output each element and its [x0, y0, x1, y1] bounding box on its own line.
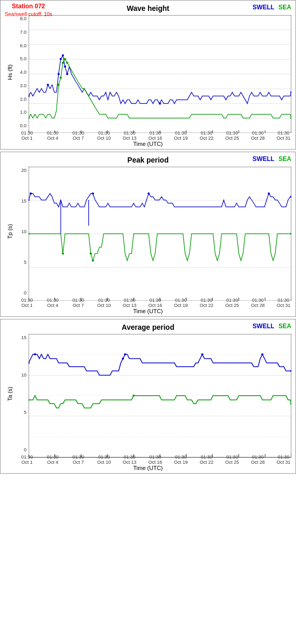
svg-point-64 — [92, 193, 94, 195]
chart3-area: Ta (s) 0 5 10 15 — [1, 334, 295, 453]
legend-sea-2: SEA — [278, 155, 291, 163]
svg-point-37 — [64, 58, 66, 60]
svg-point-99 — [201, 353, 204, 355]
chart1-ylabel: Hs (ft) — [5, 15, 14, 129]
station-name: Station 072 — [5, 3, 52, 11]
ytick: 15 — [14, 198, 26, 204]
svg-point-39 — [290, 117, 291, 119]
ytick: 20 — [14, 168, 26, 173]
chart2-svg — [29, 167, 291, 301]
svg-point-28 — [62, 54, 64, 56]
chart1-legend: SWELL SEA — [252, 4, 291, 11]
ytick: 4.0 — [14, 70, 26, 75]
ytick: 15 — [14, 335, 26, 340]
svg-point-36 — [62, 62, 64, 64]
chart2-ylabel: Tp (s) — [5, 167, 14, 297]
svg-point-63 — [30, 193, 32, 195]
svg-point-24 — [29, 95, 30, 97]
chart2-yticks: 0 5 10 15 20 — [14, 167, 29, 297]
ytick: 7.0 — [14, 30, 26, 35]
chart1-title-bar: Station 072 Sea/swell cutoff: 10s Wave h… — [1, 1, 295, 15]
ytick: 3.0 — [14, 83, 26, 88]
svg-point-66 — [268, 193, 270, 195]
svg-point-68 — [29, 233, 30, 235]
chart3-yticks: 0 5 10 15 — [14, 334, 29, 453]
chart3-legend: SWELL SEA — [252, 323, 291, 330]
svg-point-103 — [132, 395, 134, 397]
ytick: 0 — [14, 290, 26, 296]
chart3-title-bar: Average period SWELL SEA — [1, 319, 295, 334]
svg-point-34 — [58, 84, 60, 86]
svg-point-32 — [290, 91, 291, 93]
ytick: 5.0 — [14, 56, 26, 61]
chart2-title-bar: Peak period SWELL SEA — [1, 152, 295, 167]
legend-swell-1: SWELL — [252, 4, 274, 11]
svg-point-98 — [124, 353, 126, 355]
chart3-xtitle: Time (UTC) — [1, 465, 295, 473]
ytick: 0.0 — [14, 123, 26, 128]
svg-point-27 — [60, 58, 62, 60]
svg-point-101 — [290, 370, 291, 372]
ytick: 10 — [14, 372, 26, 378]
chart1-yticks: 0.0 1.0 2.0 3.0 4.0 5.0 6.0 7.0 8.0 — [14, 15, 29, 129]
chart1-inner: 0.0 1.0 2.0 3.0 4.0 5.0 6.0 7.0 8.0 — [14, 15, 291, 129]
svg-point-97 — [122, 357, 124, 359]
svg-point-71 — [92, 260, 94, 262]
svg-point-95 — [29, 362, 30, 364]
chart3-ylabel: Ta (s) — [5, 334, 14, 453]
chart3-inner: 0 5 10 15 — [14, 334, 291, 453]
svg-point-100 — [261, 353, 263, 355]
ytick: 5 — [14, 260, 26, 265]
svg-point-104 — [290, 403, 291, 405]
chart1-title: Wave height — [127, 4, 169, 12]
svg-point-62 — [29, 199, 30, 201]
svg-point-69 — [62, 252, 64, 254]
svg-point-31 — [159, 102, 161, 104]
ytick: 2.0 — [14, 97, 26, 102]
legend-swell-2: SWELL — [252, 155, 274, 163]
chart3-title: Average period — [122, 323, 174, 331]
peak-period-chart: Peak period SWELL SEA Tp (s) 0 5 10 15 2… — [0, 152, 296, 317]
chart2-area: Tp (s) 0 5 10 15 20 — [1, 167, 295, 297]
ytick: 6.0 — [14, 43, 26, 48]
chart3-svg — [29, 334, 291, 458]
legend-swell-3: SWELL — [252, 323, 274, 330]
chart2-inner: 0 5 10 15 20 — [14, 167, 291, 297]
svg-point-25 — [47, 84, 49, 86]
svg-point-30 — [66, 73, 68, 75]
ytick: 8.0 — [14, 16, 26, 21]
chart2-title: Peak period — [127, 156, 168, 164]
chart1-xtitle: Time (UTC) — [1, 141, 295, 149]
chart2-legend: SWELL SEA — [252, 155, 291, 163]
svg-point-96 — [34, 353, 36, 355]
svg-point-35 — [60, 77, 62, 79]
svg-point-70 — [90, 252, 92, 254]
ytick: 0 — [14, 447, 26, 452]
legend-sea-3: SEA — [278, 323, 291, 330]
legend-sea-1: SEA — [278, 4, 291, 11]
chart1-svg — [29, 15, 291, 133]
wave-height-chart: Station 072 Sea/swell cutoff: 10s Wave h… — [0, 0, 296, 150]
svg-point-38 — [66, 62, 68, 64]
ytick: 1.0 — [14, 110, 26, 115]
chart1-area: Hs (ft) 0.0 1.0 2.0 3.0 4.0 5.0 6.0 7.0 … — [1, 15, 295, 129]
ytick: 5 — [14, 410, 26, 415]
svg-point-29 — [64, 65, 66, 68]
svg-point-26 — [58, 73, 60, 75]
svg-point-72 — [290, 233, 291, 235]
svg-point-65 — [147, 193, 150, 195]
average-period-chart: Average period SWELL SEA Ta (s) 0 5 10 1… — [0, 319, 296, 474]
ytick: 10 — [14, 229, 26, 234]
svg-point-102 — [29, 399, 30, 401]
svg-point-67 — [290, 196, 291, 198]
svg-point-33 — [29, 117, 30, 119]
chart2-xtitle: Time (UTC) — [1, 308, 295, 316]
